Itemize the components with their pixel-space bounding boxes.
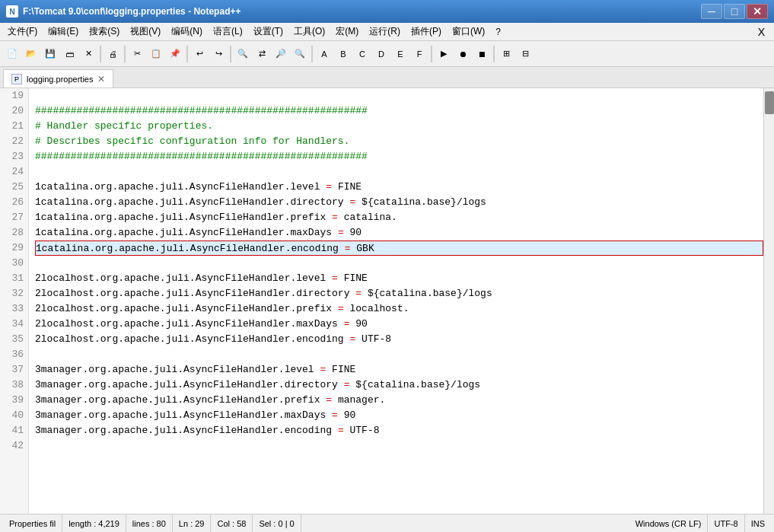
toolbar-open[interactable]: 📂 — [22, 45, 40, 63]
code-line-33: 2localhost.org.apache.juli.AsyncFileHand… — [35, 301, 763, 317]
toolbar-save[interactable]: 💾 — [41, 45, 59, 63]
toolbar-sep2 — [124, 46, 126, 62]
menu-file[interactable]: 文件(F) — [3, 24, 42, 40]
toolbar-new[interactable]: 📄 — [3, 45, 21, 63]
toolbar-sep6 — [431, 46, 432, 62]
toolbar-btn-b[interactable]: B — [334, 45, 352, 63]
toolbar-paste[interactable]: 📌 — [166, 45, 184, 63]
toolbar-btn-a[interactable]: A — [315, 45, 333, 63]
line-number-32: 32 — [5, 286, 24, 301]
tab-logging-properties[interactable]: P logging.properties ✕ — [3, 69, 113, 88]
toolbar-extra2[interactable]: ⊟ — [516, 45, 534, 63]
toolbar-extra1[interactable]: ⊞ — [497, 45, 515, 63]
line-number-27: 27 — [5, 210, 24, 225]
toolbar-macro3[interactable]: ⏹ — [473, 45, 491, 63]
toolbar-undo[interactable]: ↩ — [190, 45, 209, 63]
toolbar-sep7 — [493, 46, 495, 62]
toolbar: 📄 📂 💾 🗃 ✕ 🖨 ✂ 📋 📌 ↩ ↪ 🔍 ⇄ 🔎 🔍 A B C D E … — [0, 41, 774, 67]
status-charset: UTF-8 — [708, 514, 744, 532]
toolbar-macro1[interactable]: ▶ — [435, 45, 453, 63]
toolbar-cut[interactable]: ✂ — [128, 45, 146, 63]
line-number-20: 20 — [5, 104, 24, 119]
status-ln: Ln : 29 — [173, 514, 212, 532]
status-length-label: length : 4,219 — [68, 519, 119, 528]
toolbar-btn-f[interactable]: F — [410, 45, 428, 63]
maximize-button[interactable]: □ — [724, 4, 745, 19]
status-mode: INS — [745, 514, 771, 532]
code-line-41: 3manager.org.apache.juli.AsyncFileHandle… — [35, 423, 763, 438]
menu-view[interactable]: 视图(V) — [126, 24, 165, 40]
toolbar-find[interactable]: 🔍 — [234, 45, 252, 63]
line-number-41: 41 — [5, 423, 24, 438]
vertical-scrollbar[interactable] — [763, 88, 774, 514]
menu-window[interactable]: 窗口(W) — [448, 24, 489, 40]
menu-bar: 文件(F) 编辑(E) 搜索(S) 视图(V) 编码(N) 语言(L) 设置(T… — [0, 23, 774, 41]
title-bar: N F:\Tomcat 9.0\conf\logging.properties … — [0, 0, 774, 23]
toolbar-copy[interactable]: 📋 — [147, 45, 165, 63]
toolbar-zoom-out[interactable]: 🔍 — [291, 45, 309, 63]
line-number-34: 34 — [5, 317, 24, 332]
menu-plugins[interactable]: 插件(P) — [406, 24, 446, 40]
toolbar-redo[interactable]: ↪ — [209, 45, 228, 63]
title-bar-left: N F:\Tomcat 9.0\conf\logging.properties … — [6, 5, 240, 18]
tab-label: logging.properties — [27, 75, 93, 84]
menu-encoding[interactable]: 编码(N) — [167, 24, 207, 40]
editor-area[interactable]: 1920212223242526272829303132333435363738… — [0, 88, 774, 514]
toolbar-close[interactable]: ✕ — [79, 45, 97, 63]
tab-close-button[interactable]: ✕ — [97, 74, 105, 84]
line-number-36: 36 — [5, 347, 24, 362]
menu-close[interactable]: X — [752, 24, 771, 40]
line-number-40: 40 — [5, 408, 24, 423]
toolbar-btn-c[interactable]: C — [353, 45, 371, 63]
status-bar: Properties fil length : 4,219 lines : 80… — [0, 514, 774, 532]
toolbar-save-all[interactable]: 🗃 — [60, 45, 78, 63]
code-line-34: 2localhost.org.apache.juli.AsyncFileHand… — [35, 317, 763, 332]
status-lines: lines : 80 — [126, 514, 173, 532]
toolbar-macro2[interactable]: ⏺ — [454, 45, 472, 63]
line-number-35: 35 — [5, 332, 24, 347]
code-area[interactable]: ########################################… — [29, 88, 763, 514]
status-sel-label: Sel : 0 | 0 — [259, 519, 294, 528]
code-line-27: 1catalina.org.apache.juli.AsyncFileHandl… — [35, 210, 763, 225]
line-number-23: 23 — [5, 149, 24, 164]
menu-help[interactable]: ? — [491, 24, 505, 40]
status-ln-label: Ln : 29 — [179, 519, 205, 528]
menu-run[interactable]: 运行(R) — [365, 24, 405, 40]
line-number-29: 29 — [5, 241, 24, 256]
title-bar-controls[interactable]: ─ □ ✕ — [701, 4, 768, 19]
menu-language[interactable]: 语言(L) — [209, 24, 247, 40]
status-lines-label: lines : 80 — [132, 519, 166, 528]
line-number-25: 25 — [5, 180, 24, 195]
line-number-33: 33 — [5, 301, 24, 317]
minimize-button[interactable]: ─ — [701, 4, 722, 19]
line-number-31: 31 — [5, 271, 24, 286]
code-line-36 — [35, 347, 763, 362]
status-encoding: Windows (CR LF) — [629, 514, 709, 532]
code-line-31: 2localhost.org.apache.juli.AsyncFileHand… — [35, 271, 763, 286]
toolbar-print[interactable]: 🖨 — [104, 45, 122, 63]
menu-search[interactable]: 搜索(S) — [84, 24, 124, 40]
window-title: F:\Tomcat 9.0\conf\logging.properties - … — [23, 6, 240, 17]
menu-settings[interactable]: 设置(T) — [249, 24, 288, 40]
code-line-42 — [35, 438, 763, 454]
close-button[interactable]: ✕ — [747, 4, 768, 19]
line-number-21: 21 — [5, 119, 24, 134]
toolbar-sep4 — [230, 46, 231, 62]
status-encoding-label: Windows (CR LF) — [635, 519, 702, 528]
code-line-24 — [35, 164, 763, 180]
toolbar-btn-e[interactable]: E — [391, 45, 409, 63]
menu-tools[interactable]: 工具(O) — [289, 24, 330, 40]
toolbar-zoom-in[interactable]: 🔎 — [272, 45, 290, 63]
tab-file-icon: P — [11, 74, 22, 84]
line-number-38: 38 — [5, 377, 24, 393]
code-line-21: # Handler specific properties. — [35, 119, 763, 134]
line-number-26: 26 — [5, 195, 24, 210]
app-icon: N — [6, 5, 18, 18]
menu-macro[interactable]: 宏(M) — [331, 24, 363, 40]
status-sel: Sel : 0 | 0 — [253, 514, 301, 532]
toolbar-btn-d[interactable]: D — [372, 45, 390, 63]
code-line-23: ########################################… — [35, 149, 763, 164]
toolbar-replace[interactable]: ⇄ — [253, 45, 271, 63]
toolbar-sep3 — [186, 46, 188, 62]
menu-edit[interactable]: 编辑(E) — [43, 24, 83, 40]
